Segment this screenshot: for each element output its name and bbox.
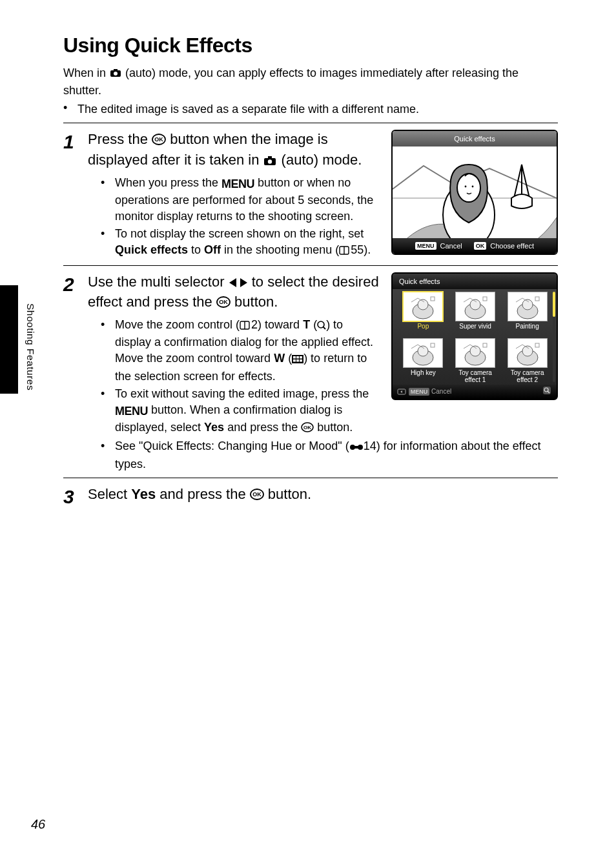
- page-title: Using Quick Effects: [63, 31, 558, 60]
- camera-icon: [263, 152, 277, 171]
- thumb-pop[interactable]: Pop: [398, 292, 449, 337]
- ok-button-icon: OK: [250, 486, 264, 505]
- intro-paragraph: When in (auto) mode, you can apply effec…: [63, 65, 558, 99]
- menu-text-icon: MENU: [221, 176, 254, 192]
- thumb-super-vivid[interactable]: Super vivid: [450, 292, 501, 337]
- ok-button-icon: OK: [216, 294, 231, 313]
- svg-text:OK: OK: [154, 136, 163, 143]
- svg-rect-36: [535, 343, 539, 347]
- bullet-dot: •: [63, 101, 77, 117]
- divider: [63, 123, 558, 123]
- step1-bullet-2: • To not display the screen shown on the…: [101, 226, 382, 259]
- svg-rect-54: [293, 359, 296, 362]
- ok-button-icon: OK: [152, 131, 166, 150]
- menu-text-icon: MENU: [115, 403, 148, 419]
- svg-rect-50: [292, 355, 303, 363]
- step2-bullet-3: • See "Quick Effects: Changing Hue or Mo…: [101, 438, 558, 472]
- page-content: Using Quick Effects When in (auto) mode,…: [0, 0, 616, 868]
- divider: [63, 478, 558, 478]
- svg-rect-1: [114, 69, 118, 71]
- svg-marker-38: [400, 390, 402, 393]
- step1-bullet-1: • When you press the MENU button or when…: [101, 175, 382, 225]
- shot2-cancel: Cancel: [431, 388, 451, 395]
- svg-rect-61: [353, 446, 360, 449]
- page-number: 46: [31, 815, 45, 833]
- thumb-toy-camera-1[interactable]: Toy camera effect 1: [450, 338, 501, 384]
- step-1: 1 Quick effects: [63, 130, 558, 261]
- intro-bullet: • The edited image is saved as a separat…: [63, 101, 558, 117]
- screenshot-1: Quick effects: [391, 130, 558, 255]
- svg-rect-30: [431, 343, 435, 347]
- step3-heading: Select Yes and press the OK button.: [88, 485, 558, 505]
- intro-text-b: (auto) mode, you can apply effects to im…: [63, 66, 518, 97]
- left-right-arrow-icon: [229, 274, 248, 293]
- svg-rect-24: [483, 297, 487, 301]
- svg-rect-53: [300, 356, 302, 359]
- svg-text:OK: OK: [303, 425, 311, 430]
- intro-bullet-text: The edited image is saved as a separate …: [77, 101, 558, 117]
- screenshot-2: Quick effects Pop Super vivid Paintin: [391, 272, 558, 400]
- magnify-icon: [542, 386, 551, 398]
- svg-rect-21: [431, 297, 435, 301]
- shot2-footer: MENU Cancel: [393, 385, 557, 399]
- thumb-painting[interactable]: Painting: [502, 292, 553, 337]
- ok-button-icon: OK: [301, 421, 314, 437]
- svg-rect-52: [296, 356, 299, 359]
- thumb-toy-camera-2[interactable]: Toy camera effect 2: [502, 338, 553, 384]
- svg-text:OK: OK: [219, 299, 228, 305]
- svg-text:OK: OK: [252, 491, 262, 498]
- svg-rect-51: [293, 356, 296, 359]
- step2-bullet-1: • Move the zoom control (2) toward T () …: [101, 317, 382, 385]
- thumb-high-key[interactable]: High key: [398, 338, 449, 384]
- svg-rect-55: [296, 359, 299, 362]
- step-number: 3: [63, 485, 88, 509]
- svg-rect-27: [535, 297, 539, 301]
- menu-chip: MENU: [409, 388, 430, 396]
- step2-bullet-2: • To exit without saving the edited imag…: [101, 386, 382, 438]
- shot1-title: Quick effects: [393, 131, 557, 146]
- ok-chip: OK: [474, 242, 487, 250]
- svg-line-49: [323, 327, 326, 330]
- svg-point-7: [457, 174, 480, 202]
- shot1-ok: Choose effect: [490, 241, 534, 251]
- svg-rect-15: [268, 156, 272, 159]
- menu-chip: MENU: [415, 242, 436, 250]
- svg-rect-33: [483, 343, 487, 347]
- divider: [63, 265, 558, 266]
- svg-marker-42: [229, 278, 236, 287]
- svg-point-16: [268, 159, 272, 163]
- svg-point-8: [465, 186, 467, 188]
- shot1-cancel: Cancel: [440, 241, 462, 251]
- shot2-scrollbar[interactable]: [553, 292, 555, 382]
- svg-point-2: [114, 72, 118, 76]
- shot1-footer: MENU Cancel OK Choose effect: [393, 238, 557, 254]
- page-ref-icon: [240, 318, 251, 334]
- svg-marker-43: [240, 278, 247, 287]
- step-2: 2 Quick effects Pop Super vivid: [63, 272, 558, 474]
- svg-rect-56: [300, 359, 302, 362]
- intro-text-a: When in: [63, 66, 109, 79]
- camera-icon: [109, 66, 122, 83]
- step-number: 2: [63, 272, 88, 474]
- shot2-title: Quick effects: [393, 274, 557, 289]
- link-ref-icon: [349, 439, 364, 456]
- svg-point-9: [472, 186, 474, 188]
- back-icon: [398, 389, 407, 395]
- thumbnail-grid-icon: [292, 352, 303, 368]
- step-number: 1: [63, 130, 88, 261]
- step-3: 3 Select Yes and press the OK button.: [63, 485, 558, 509]
- shot2-thumb-grid: Pop Super vivid Painting High key: [398, 292, 553, 382]
- magnify-icon: [317, 318, 326, 334]
- page-ref-icon: [339, 243, 351, 259]
